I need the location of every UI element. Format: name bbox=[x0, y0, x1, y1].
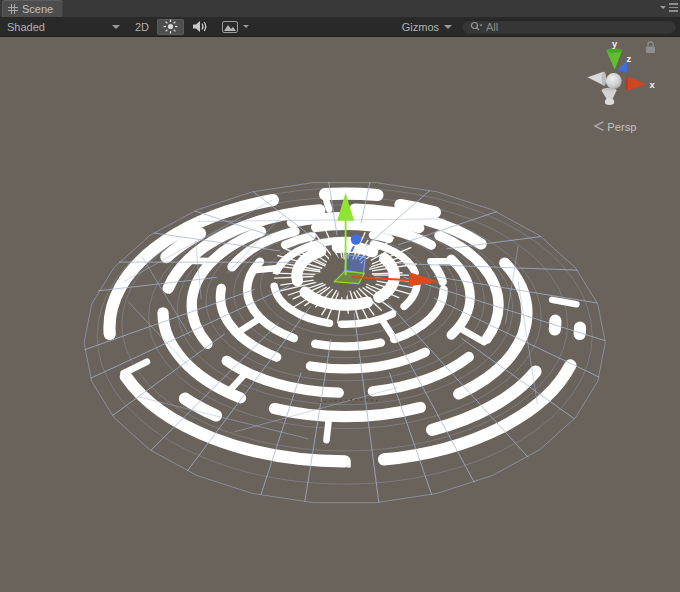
grid-icon bbox=[8, 4, 18, 14]
orientation-gizmo-neg-x-arm[interactable] bbox=[588, 72, 607, 86]
axis-y-label: y bbox=[612, 39, 618, 49]
scene-canvas[interactable]: y z x Persp bbox=[0, 37, 680, 592]
window-dropdown-icon[interactable] bbox=[660, 6, 666, 9]
orientation-gizmo: y z x bbox=[588, 39, 656, 105]
menu-icon[interactable] bbox=[669, 3, 678, 12]
tab-scene-label: Scene bbox=[22, 3, 53, 15]
gizmos-label: Gizmos bbox=[402, 21, 439, 33]
image-effects-icon bbox=[222, 21, 238, 33]
scene-toolbar: Shaded 2D bbox=[0, 17, 680, 37]
orientation-gizmo-x-arm[interactable] bbox=[625, 76, 646, 90]
gizmos-dropdown[interactable]: Gizmos bbox=[396, 17, 458, 36]
chevron-down-icon bbox=[243, 25, 249, 28]
projection-label: Persp bbox=[607, 121, 636, 133]
orientation-gizmo-neg-y-arm[interactable] bbox=[602, 88, 617, 105]
audio-toggle-button[interactable] bbox=[186, 19, 214, 35]
move-gizmo-xy-plane-handle[interactable] bbox=[345, 255, 366, 274]
z-handle-icon bbox=[351, 234, 361, 244]
chevron-down-icon bbox=[112, 25, 120, 29]
effects-dropdown-button[interactable] bbox=[216, 19, 255, 35]
lock-icon[interactable] bbox=[646, 42, 655, 53]
window-menu bbox=[660, 3, 678, 12]
search-input[interactable]: All bbox=[462, 20, 676, 33]
scene-view-window: Scene Shaded 2D bbox=[0, 0, 680, 592]
toggle-2d-button[interactable]: 2D bbox=[129, 19, 155, 35]
orientation-gizmo-z-arm[interactable] bbox=[618, 60, 627, 72]
projection-toggle[interactable]: Persp bbox=[595, 121, 637, 133]
axis-x-label: x bbox=[650, 80, 656, 90]
draw-mode-label: Shaded bbox=[7, 21, 45, 33]
search-icon bbox=[470, 21, 483, 32]
speaker-icon bbox=[192, 20, 208, 33]
scene-viewport[interactable]: y z x Persp bbox=[0, 37, 680, 592]
tab-scene[interactable]: Scene bbox=[2, 0, 63, 17]
draw-mode-dropdown[interactable]: Shaded bbox=[0, 17, 128, 36]
tab-bar: Scene bbox=[0, 0, 680, 17]
x-arrowhead-icon bbox=[408, 272, 439, 286]
chevron-down-icon bbox=[444, 25, 452, 29]
persp-chevron-icon bbox=[595, 122, 603, 130]
orientation-gizmo-ball[interactable] bbox=[606, 73, 622, 89]
axis-z-label: z bbox=[626, 54, 631, 64]
lighting-toggle-button[interactable] bbox=[157, 19, 184, 35]
search-placeholder: All bbox=[486, 21, 498, 33]
sun-icon bbox=[163, 19, 178, 34]
orientation-gizmo-y-arm[interactable] bbox=[606, 48, 622, 70]
